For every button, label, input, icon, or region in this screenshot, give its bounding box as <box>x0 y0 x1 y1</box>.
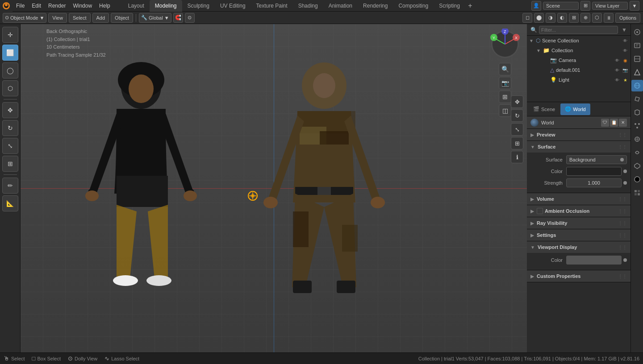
outliner-filter-icon[interactable]: ▼ <box>622 27 627 33</box>
output-props-btn[interactable] <box>631 40 643 51</box>
tab-scene-props[interactable]: 🎬 Scene <box>529 103 559 115</box>
outliner-camera[interactable]: 📷 Camera 👁 ◉ <box>527 55 630 65</box>
ray-visibility-header[interactable]: ▶ Ray Visibility ⋮⋮ <box>527 217 630 229</box>
constraints-btn[interactable] <box>631 147 643 158</box>
material-btn[interactable] <box>631 174 643 185</box>
select-circle-tool[interactable]: ◯ <box>2 62 18 79</box>
viewport-overlay-btn[interactable]: ⊞ <box>569 13 579 23</box>
tab-uv-editing[interactable]: UV Editing <box>215 0 251 12</box>
mesh-eye-icon[interactable]: 👁 <box>614 66 621 74</box>
measure-tool[interactable]: 📐 <box>2 195 18 211</box>
world-x-btn[interactable]: ✕ <box>619 119 627 127</box>
tab-sculpting[interactable]: Sculpting <box>182 0 215 12</box>
surface-type-dropdown[interactable]: Background <box>566 155 627 164</box>
viewport-area[interactable]: Back Orthographic (1) Collection | trial… <box>21 24 527 352</box>
toggle-perspective-btn[interactable]: ◫ <box>499 104 511 117</box>
transform-tool[interactable]: ⊞ <box>2 156 18 172</box>
select-lasso-tool[interactable]: ⬡ <box>2 80 18 96</box>
view-layer-input[interactable] <box>592 2 628 10</box>
viewport-shading-material[interactable]: ◑ <box>546 13 555 23</box>
zoom-in-btn[interactable]: 🔍 <box>499 63 511 75</box>
color-field[interactable] <box>566 167 622 176</box>
viewport-shading-solid[interactable]: ⬤ <box>534 13 544 23</box>
filter-icon[interactable]: ▼ <box>630 1 639 11</box>
menu-file[interactable]: File <box>13 0 28 12</box>
tab-scripting[interactable]: Scripting <box>434 0 465 12</box>
vd-color-dot[interactable] <box>623 258 627 262</box>
volume-header[interactable]: ▶ Volume ⋮⋮ <box>527 193 630 205</box>
tab-modeling[interactable]: Modeling <box>150 0 182 12</box>
preview-header[interactable]: ▶ Preview ⋮⋮ <box>527 129 630 141</box>
select-menu[interactable]: Select <box>69 13 91 23</box>
texture-btn[interactable] <box>631 187 643 199</box>
camera-view-btn[interactable]: 📷 <box>499 77 511 89</box>
menu-edit[interactable]: Edit <box>28 0 45 12</box>
tab-rendering[interactable]: Rendering <box>358 0 393 12</box>
render-props-btn[interactable] <box>631 26 643 38</box>
particles-btn[interactable] <box>631 120 643 132</box>
options-btn[interactable]: Options <box>615 13 640 23</box>
select-tool[interactable]: ⬜ <box>2 45 18 61</box>
menu-help[interactable]: Help <box>96 0 114 12</box>
camera-eye-icon[interactable]: 👁 <box>614 57 621 64</box>
outliner-scene-collection[interactable]: ▼ ⬡ Scene Collection 👁 <box>527 36 630 46</box>
strength-dot[interactable] <box>623 181 627 185</box>
vd-color-field[interactable] <box>566 256 622 265</box>
annotate-tool[interactable]: ✏ <box>2 178 18 194</box>
proportional-edit-icon[interactable]: ⊙ <box>185 13 195 23</box>
viewport-shading-wire[interactable]: ◻ <box>522 13 532 23</box>
user-icon[interactable]: 👤 <box>531 1 541 11</box>
tab-animation[interactable]: Animation <box>323 0 358 12</box>
surface-header[interactable]: ▼ Surface ⋮⋮ <box>527 141 630 153</box>
outliner-light[interactable]: 💡 Light 👁 ★ <box>527 75 630 85</box>
ao-checkbox[interactable] <box>537 208 543 214</box>
object-props-btn[interactable] <box>631 93 643 105</box>
outliner-mesh[interactable]: △ default.001 👁 📷 <box>527 65 630 75</box>
light-star-icon[interactable]: ★ <box>622 76 629 83</box>
vp-scale-tool[interactable]: ⤡ <box>511 123 523 136</box>
object-menu[interactable]: Object <box>111 13 133 23</box>
camera-restrict-icon[interactable]: ◉ <box>622 57 629 64</box>
world-shield-btn[interactable]: 🛡 <box>601 119 609 127</box>
strength-value[interactable]: 1.000 <box>566 178 622 187</box>
world-browse-btn[interactable]: 📋 <box>610 119 618 127</box>
add-menu[interactable]: Add <box>92 13 109 23</box>
collection-eye-icon[interactable]: 👁 <box>622 47 629 54</box>
vp-rotate-tool[interactable]: ↻ <box>511 109 523 122</box>
outliner-search[interactable] <box>539 26 618 34</box>
object-mode-dropdown[interactable]: ⊙ Object Mode ▼ <box>3 13 46 23</box>
expand-scene[interactable]: ▼ <box>529 38 534 43</box>
tab-layout[interactable]: Layout <box>123 0 150 12</box>
mesh-camera-icon[interactable]: 📷 <box>622 66 629 74</box>
tab-compositing[interactable]: Compositing <box>393 0 434 12</box>
menu-render[interactable]: Render <box>45 0 69 12</box>
world-props-btn[interactable] <box>631 80 643 91</box>
ao-header[interactable]: ▶ Ambient Occlusion ⋮⋮ <box>527 205 630 217</box>
outliner-collection[interactable]: ▼ 📁 Collection 👁 <box>527 46 630 55</box>
viewport-display-header[interactable]: ▼ Viewport Display ⋮⋮ <box>527 241 630 253</box>
modifiers-btn[interactable] <box>631 107 643 118</box>
scene-props-btn[interactable] <box>631 66 643 78</box>
eye-icon[interactable]: 👁 <box>622 37 629 44</box>
viewport-shading-rendered[interactable]: ◐ <box>557 13 567 23</box>
light-eye-icon[interactable]: 👁 <box>614 76 621 83</box>
settings-header[interactable]: ▶ Settings ⋮⋮ <box>527 229 630 241</box>
viewport-pause-btn[interactable]: ⏸ <box>604 13 614 23</box>
snap-icon[interactable]: 🧲 <box>173 13 183 23</box>
move-tool[interactable]: ✥ <box>2 102 18 118</box>
cursor-tool[interactable]: ✛ <box>2 27 18 43</box>
scale-tool[interactable]: ⤡ <box>2 138 18 154</box>
menu-window[interactable]: Window <box>69 0 96 12</box>
view-layer-props-btn[interactable] <box>631 53 643 65</box>
vp-move-tool[interactable]: ✥ <box>511 95 523 108</box>
scene-input[interactable] <box>543 2 579 10</box>
expand-collection[interactable]: ▼ <box>536 48 541 53</box>
physics-btn[interactable] <box>631 133 643 145</box>
rotate-tool[interactable]: ↻ <box>2 120 18 136</box>
add-workspace-button[interactable]: + <box>465 1 475 11</box>
blender-logo[interactable] <box>0 0 13 12</box>
tab-shading[interactable]: Shading <box>293 0 323 12</box>
tab-world-props[interactable]: 🌐 World <box>560 103 590 115</box>
view-menu[interactable]: View <box>48 13 67 23</box>
view-layer-icon-btn[interactable]: ⊞ <box>580 1 590 11</box>
